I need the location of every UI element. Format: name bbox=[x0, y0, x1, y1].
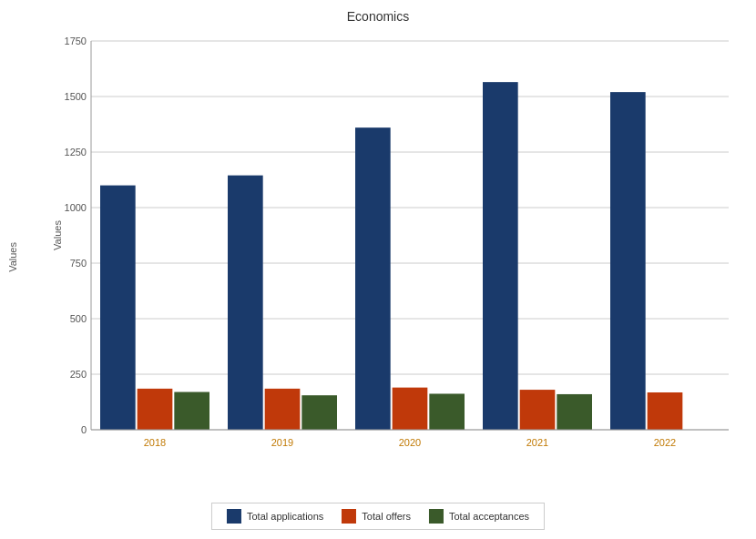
y-axis-label: Values bbox=[7, 242, 18, 272]
legend: Total applications Total offers Total ac… bbox=[211, 503, 545, 530]
svg-rect-21 bbox=[265, 389, 301, 430]
svg-rect-20 bbox=[228, 176, 263, 430]
legend-item-offers: Total offers bbox=[342, 509, 411, 524]
svg-rect-18 bbox=[174, 392, 209, 430]
legend-label-applications: Total applications bbox=[247, 511, 323, 522]
legend-item-acceptances: Total acceptances bbox=[429, 509, 529, 524]
svg-text:1750: 1750 bbox=[65, 36, 87, 46]
svg-text:1250: 1250 bbox=[65, 147, 87, 158]
svg-text:500: 500 bbox=[70, 313, 87, 324]
chart-area: 0250500750100012501500175020182019202020… bbox=[50, 32, 738, 457]
svg-rect-32 bbox=[610, 92, 646, 430]
svg-text:2021: 2021 bbox=[526, 437, 548, 448]
chart-title: Economics bbox=[0, 0, 756, 28]
svg-text:1000: 1000 bbox=[65, 202, 87, 213]
svg-rect-22 bbox=[301, 395, 337, 430]
svg-rect-16 bbox=[100, 186, 136, 430]
svg-rect-17 bbox=[138, 389, 173, 430]
legend-label-acceptances: Total acceptances bbox=[449, 511, 529, 522]
svg-text:0: 0 bbox=[81, 424, 87, 435]
svg-text:2020: 2020 bbox=[399, 437, 421, 448]
svg-text:250: 250 bbox=[70, 369, 87, 380]
svg-rect-29 bbox=[520, 390, 556, 430]
chart-svg: 0250500750100012501500175020182019202020… bbox=[50, 32, 738, 457]
svg-rect-33 bbox=[648, 392, 683, 430]
svg-rect-30 bbox=[557, 394, 592, 430]
legend-box-acceptances bbox=[429, 509, 444, 524]
chart-container: Economics Values 02505007501000125015001… bbox=[0, 0, 756, 539]
legend-box-offers bbox=[342, 509, 356, 524]
svg-text:1500: 1500 bbox=[65, 91, 87, 102]
svg-text:750: 750 bbox=[70, 258, 87, 269]
svg-text:2022: 2022 bbox=[654, 437, 676, 448]
legend-item-applications: Total applications bbox=[227, 509, 323, 524]
svg-rect-24 bbox=[355, 127, 391, 430]
svg-rect-25 bbox=[393, 388, 428, 430]
svg-text:2018: 2018 bbox=[144, 437, 166, 448]
svg-text:2019: 2019 bbox=[271, 437, 293, 448]
svg-text:Values: Values bbox=[52, 220, 63, 250]
svg-rect-28 bbox=[483, 82, 518, 430]
legend-box-applications bbox=[227, 509, 241, 524]
svg-rect-26 bbox=[429, 393, 465, 430]
legend-label-offers: Total offers bbox=[362, 511, 411, 522]
